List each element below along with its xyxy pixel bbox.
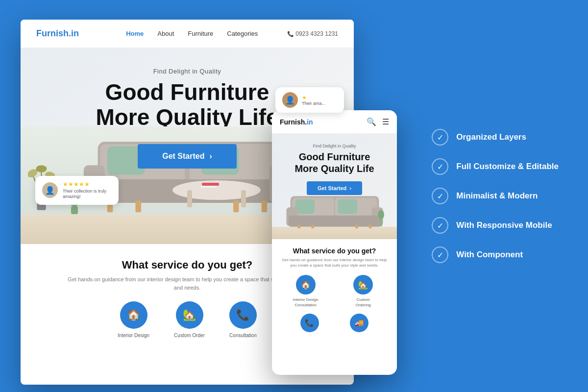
mobile-icon-delivery: 🚚 [350,314,368,332]
desktop-nav: Furnish.in Home About Furniture Categori… [21,20,354,48]
mobile-sofa-area [272,188,397,239]
mobile-services-sub: Get hands-on guidance from our interior … [280,257,389,268]
service-icon-interior: 🏠 [120,301,147,329]
mobile-title-line2: More Quality Life [294,163,374,174]
logo-suffix: in [71,28,79,38]
mobile-hero-subtitle: Find Delight in Quality [313,144,356,148]
nav-link-categories[interactable]: Categories [227,30,258,37]
nav-link-home[interactable]: Home [126,30,144,37]
svg-rect-13 [187,190,192,207]
check-icon-5: ✓ [437,250,443,260]
svg-rect-25 [71,206,78,214]
desktop-cta-button[interactable]: Get Started › [138,144,237,169]
mobile-cta-arrow: › [349,185,351,191]
desktop-hero-subtitle: Find Delight in Quality [153,68,221,75]
service-icon-phone: 📞 [229,301,257,329]
desktop-hero-title: Good Furniture More Quality Life [96,80,278,129]
feature-check-1: ✓ [432,129,448,146]
coffee-table-svg [168,178,266,217]
feature-label-1: Organized Layers [456,132,526,142]
feature-item-3: ✓ Minimalist & Modern [432,188,559,204]
service-item-interior: 🏠 Interior Design [118,301,149,338]
review-text: Their collection is truly amazing! [63,189,112,200]
review-content: ★★★★★ Their collection is truly amazing! [63,181,112,200]
desktop-nav-links: Home About Furniture Categories [126,30,258,37]
svg-rect-14 [241,190,246,207]
service-label-custom: Custom Order [174,333,205,338]
mobile-sofa-svg [278,192,391,228]
features-list: ✓ Organized Layers ✓ Full Customize & Ed… [432,129,559,263]
svg-rect-36 [355,225,358,228]
svg-rect-29 [295,199,314,214]
mobile-hero-title: Good Furniture More Quality Life [294,151,374,174]
feature-check-5: ✓ [432,246,448,263]
mobile-services: What service do you get? Get hands-on gu… [272,239,397,340]
nav-link-furniture[interactable]: Furniture [188,30,213,37]
review-text-2: Their ama... [302,101,325,106]
feature-check-2: ✓ [432,158,448,175]
mobile-nav-icons: 🔍 ☰ [367,117,389,126]
review-stars: ★★★★★ [63,181,112,188]
service-icon-custom: 🏡 [176,301,203,329]
svg-rect-30 [338,199,357,214]
feature-item-2: ✓ Full Customize & Editable [432,158,559,175]
cta-label: Get Started [162,152,204,161]
feature-item-4: ✓ With Responsive Mobile [432,217,559,234]
feature-label-3: Minimalist & Modern [456,191,538,201]
feature-label-5: With Component [456,250,523,260]
feature-check-4: ✓ [432,217,448,234]
service-label-interior: Interior Design [118,333,149,338]
check-icon-1: ✓ [437,133,443,142]
svg-rect-15 [202,183,219,186]
svg-rect-35 [311,225,314,228]
mobile-services-title: What service do you get? [280,247,389,255]
mobile-logo-suffix: in [307,118,313,126]
mobile-service-label-custom: CustomOrdering [356,297,371,308]
svg-rect-9 [135,200,141,212]
feature-item-5: ✓ With Component [432,246,559,263]
svg-rect-39 [380,219,382,226]
mobile-icon-circle-phone: 📞 [300,314,319,332]
desktop-logo: Furnish.in [36,28,79,39]
feature-check-3: ✓ [432,188,448,204]
mobile-hero: Find Delight in Quality Good Furniture M… [272,134,397,239]
mobile-service-label-interior: Interior DesignConsultation [293,297,318,308]
mobile-floor [272,227,397,239]
service-item-custom: 🏡 Custom Order [174,301,205,338]
search-icon[interactable]: 🔍 [367,117,376,126]
logo-text: Furnish. [36,28,71,38]
feature-label-4: With Responsive Mobile [456,220,552,230]
cta-arrow: › [209,152,212,161]
mobile-icon-circle-delivery: 🚚 [350,314,368,332]
desktop-phone: 0923 4323 1231 [287,30,338,37]
check-icon-4: ✓ [437,221,443,230]
hero-title-line2: More Quality Life [96,104,278,130]
svg-rect-33 [288,216,381,227]
mobile-cta-button[interactable]: Get Started › [307,181,362,195]
service-item-phone: 📞 Consultation [229,301,257,338]
feature-item-1: ✓ Organized Layers [432,129,559,146]
svg-point-38 [378,210,384,219]
review-badge-desktop: 👤 ★★★★★ Their collection is truly amazin… [35,176,119,205]
svg-rect-34 [297,225,300,228]
check-icon-3: ✓ [437,192,443,201]
reviewer-avatar-2: 👤 [282,92,298,108]
nav-link-about[interactable]: About [157,30,174,37]
service-label-phone: Consultation [229,333,257,338]
svg-rect-37 [368,225,371,228]
review-content-2: ★ Their ama... [302,95,325,106]
mobile-service-icon-custom: 🏡 [353,275,373,294]
mobile-title-line1: Good Furniture [299,151,370,162]
reviewer-avatar: 👤 [42,182,58,198]
mobile-cta-label: Get Started [318,185,346,191]
mobile-service-icon-interior: 🏠 [296,275,316,294]
feature-label-2: Full Customize & Editable [456,162,559,172]
svg-rect-16 [201,186,217,188]
mobile-mockup: Furnish.in 🔍 ☰ Find Delight in Quality G… [272,110,397,375]
review-stars-2: ★ [302,95,325,101]
menu-icon[interactable]: ☰ [382,117,389,126]
hero-title-line1: Good Furniture [105,79,270,105]
svg-point-22 [36,165,47,172]
mobile-plant [376,209,386,228]
mobile-nav: Furnish.in 🔍 ☰ [272,110,397,134]
